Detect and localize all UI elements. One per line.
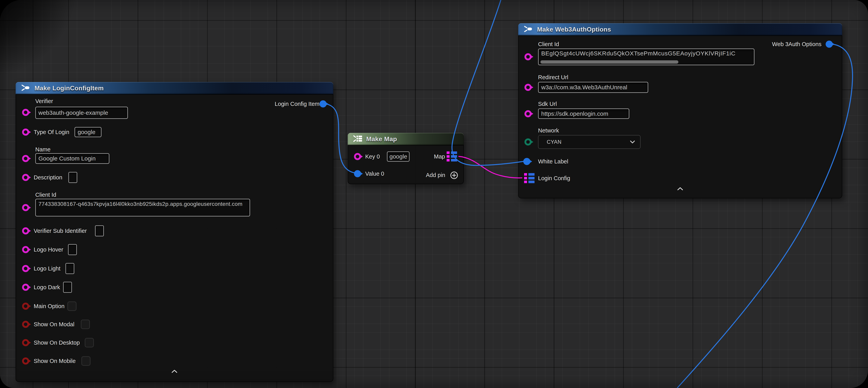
description-input[interactable]: [68, 172, 77, 183]
logo-light-label: Logo Light: [34, 265, 60, 272]
wire-map-to-login-config[interactable]: [459, 156, 522, 178]
collapse-chevron-icon[interactable]: [171, 369, 178, 374]
redirect-url-label: Redirect Url: [538, 74, 568, 81]
show-on-mobile-pin[interactable]: [22, 357, 29, 364]
logo-light-pin[interactable]: [22, 265, 29, 272]
network-label: Network: [538, 127, 559, 134]
chevron-down-icon: [629, 139, 636, 145]
node-make-web3authoptions[interactable]: Make Web3AuthOptions Web 3Auth Options C…: [518, 23, 842, 198]
sdk-url-input[interactable]: https://sdk.openlogin.com: [538, 109, 629, 119]
verifier-pin[interactable]: [22, 109, 29, 116]
node-title: Make Map: [366, 136, 397, 143]
collapse-chevron-icon[interactable]: [676, 186, 684, 191]
key0-label: Key 0: [365, 153, 380, 160]
verifier-input[interactable]: web3auth-google-example: [35, 107, 128, 119]
name-input[interactable]: Google Custom Login: [35, 153, 110, 164]
logo-hover-pin[interactable]: [22, 246, 29, 253]
make-struct-icon: [21, 84, 30, 92]
login-config-label: Login Config: [538, 175, 570, 182]
show-on-modal-checkbox[interactable]: [81, 320, 90, 329]
value0-label: Value 0: [365, 171, 384, 177]
client-id-input[interactable]: 774338308167-q463s7kpvja16l4l0kko3nb925i…: [35, 199, 250, 216]
web3auth-options-output-pin[interactable]: [826, 40, 833, 48]
client-id-pin[interactable]: [524, 53, 532, 60]
description-pin[interactable]: [22, 174, 29, 181]
key0-input[interactable]: google: [387, 151, 409, 162]
main-option-pin[interactable]: [22, 303, 29, 310]
main-option-checkbox[interactable]: [67, 301, 76, 311]
value0-pin[interactable]: [354, 170, 361, 177]
redirect-url-pin[interactable]: [524, 84, 532, 91]
redirect-url-input[interactable]: w3a://com.w3a.Web3AuthUnreal: [538, 82, 648, 93]
logo-dark-label: Logo Dark: [34, 284, 60, 291]
verifier-label: Verifier: [35, 98, 53, 105]
add-pin-icon[interactable]: [450, 171, 459, 181]
verifier-sub-identifier-pin[interactable]: [22, 227, 29, 234]
network-dropdown[interactable]: CYAN: [538, 135, 641, 149]
name-label: Name: [35, 146, 51, 153]
add-pin-label: Add pin: [426, 172, 445, 178]
make-struct-icon: [523, 25, 533, 33]
logo-hover-label: Logo Hover: [34, 246, 63, 253]
node-make-map[interactable]: Make Map Key 0 google Map Value 0 Add pi…: [348, 133, 464, 184]
description-label: Description: [34, 174, 62, 181]
logo-dark-pin[interactable]: [22, 284, 29, 291]
network-dropdown-value: CYAN: [547, 139, 561, 145]
node-make-loginconfigitem[interactable]: Make LoginConfigItem Login Config Item V…: [16, 82, 333, 382]
login-config-pin[interactable]: [524, 173, 534, 183]
show-on-desktop-pin[interactable]: [22, 339, 29, 346]
logo-dark-input[interactable]: [63, 282, 72, 293]
blueprint-canvas[interactable]: Make LoginConfigItem Login Config Item V…: [0, 0, 868, 388]
map-output-label: Map: [434, 153, 445, 160]
logo-hover-input[interactable]: [68, 244, 77, 255]
map-output-pin[interactable]: [446, 151, 457, 161]
show-on-mobile-label: Show On Mobile: [34, 358, 76, 364]
key0-pin[interactable]: [354, 153, 361, 160]
output-pin-label: Web 3Auth Options: [772, 41, 822, 48]
client-id-pin[interactable]: [22, 204, 29, 211]
main-option-label: Main Option: [34, 303, 64, 309]
node-header[interactable]: Make Map: [348, 133, 464, 146]
show-on-desktop-checkbox[interactable]: [85, 338, 94, 348]
client-id-label: Client Id: [35, 191, 56, 198]
white-label-pin[interactable]: [523, 158, 530, 165]
show-on-mobile-checkbox[interactable]: [82, 356, 90, 366]
node-title: Make Web3AuthOptions: [537, 26, 611, 33]
logo-light-input[interactable]: [65, 263, 74, 274]
type-of-login-pin[interactable]: [22, 128, 29, 136]
client-id-scrollbar[interactable]: [540, 60, 678, 64]
white-label-label: White Label: [538, 158, 568, 165]
verifier-sub-identifier-input[interactable]: [95, 225, 104, 236]
output-pin-label: Login Config Item: [275, 101, 319, 107]
node-header[interactable]: Make Web3AuthOptions: [518, 23, 842, 36]
type-of-login-label: Type Of Login: [34, 129, 69, 136]
show-on-modal-label: Show On Modal: [34, 321, 74, 328]
node-title: Make LoginConfigItem: [34, 85, 104, 92]
login-config-item-output-pin[interactable]: [319, 100, 327, 108]
verifier-sub-identifier-label: Verifier Sub Identifier: [34, 228, 87, 234]
show-on-desktop-label: Show On Desktop: [34, 339, 80, 346]
sdk-url-pin[interactable]: [524, 110, 532, 117]
sdk-url-label: Sdk Url: [538, 101, 557, 107]
node-header[interactable]: Make LoginConfigItem: [16, 82, 333, 95]
client-id-label: Client Id: [538, 41, 559, 48]
network-pin[interactable]: [524, 139, 532, 146]
name-pin[interactable]: [22, 155, 29, 162]
make-map-icon: [353, 135, 363, 143]
type-of-login-input[interactable]: google: [74, 127, 101, 137]
show-on-modal-pin[interactable]: [22, 321, 29, 328]
